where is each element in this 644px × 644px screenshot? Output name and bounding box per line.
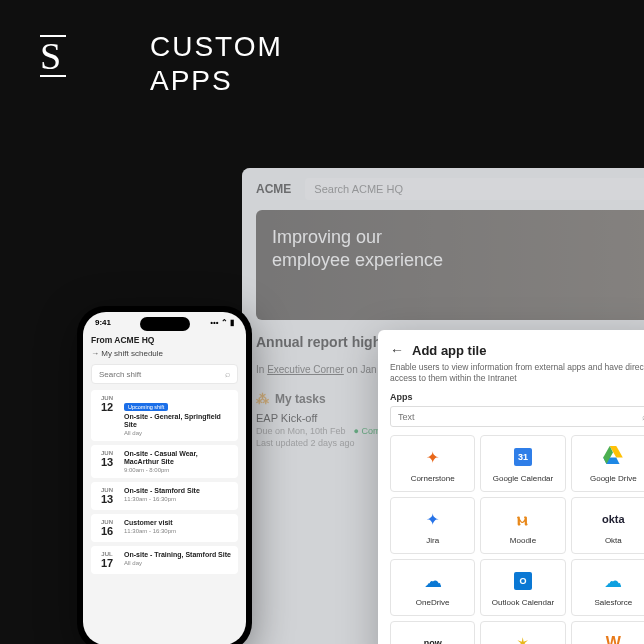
phone-mockup: 9:41 ••• ⌃ ▮ From ACME HQ → My shift sch… bbox=[77, 306, 252, 644]
app-tile-gcal[interactable]: 31Google Calendar bbox=[480, 435, 565, 492]
shift-item[interactable]: JUN13On-site - Stamford Site11:30am - 16… bbox=[91, 482, 238, 510]
shift-search-input[interactable] bbox=[99, 370, 225, 379]
shift-date: JUL17 bbox=[97, 551, 117, 569]
app-tile-sparck[interactable]: ✶Sparck bbox=[480, 621, 565, 644]
add-app-panel: ← Add app tile Enable users to view info… bbox=[378, 330, 644, 644]
shift-title: On-site - Casual Wear, MacArthur Site bbox=[124, 450, 232, 466]
app-name: Outlook Calendar bbox=[492, 598, 554, 607]
shift-time: 9:00am - 8:00pm bbox=[124, 467, 232, 473]
shift-item[interactable]: JUL17On-site - Training, Stamford SiteAl… bbox=[91, 546, 238, 574]
salesforce-icon: ☁ bbox=[602, 570, 624, 592]
app-tile-cornerstone[interactable]: ✦Cornerstone bbox=[390, 435, 475, 492]
shift-title: On-site - Training, Stamford Site bbox=[124, 551, 232, 559]
app-tile-gdrive[interactable]: Google Drive bbox=[571, 435, 644, 492]
shift-date: JUN13 bbox=[97, 450, 117, 473]
app-name: Okta bbox=[605, 536, 622, 545]
shift-date: JUN13 bbox=[97, 487, 117, 505]
app-tile-outlook[interactable]: OOutlook Calendar bbox=[480, 559, 565, 616]
shift-time: 11:30am - 16:30pm bbox=[124, 528, 232, 534]
apps-search[interactable]: ⌕ bbox=[390, 406, 644, 427]
shift-date: JUN12 bbox=[97, 395, 117, 436]
apps-search-input[interactable] bbox=[398, 412, 642, 422]
sparck-icon: ✶ bbox=[512, 632, 534, 644]
workday-icon: W bbox=[602, 632, 624, 644]
app-name: OneDrive bbox=[416, 598, 450, 607]
shift-item[interactable]: JUN12Upcoming shiftOn-site - General, Sp… bbox=[91, 390, 238, 441]
app-name: Google Calendar bbox=[493, 474, 553, 483]
moodle-icon: ⲙ bbox=[512, 508, 534, 530]
source-label: From ACME HQ bbox=[91, 335, 238, 345]
app-name: Salesforce bbox=[594, 598, 632, 607]
panel-description: Enable users to view information from ex… bbox=[390, 362, 644, 384]
jira-icon: ✦ bbox=[422, 508, 444, 530]
cornerstone-icon: ✦ bbox=[422, 446, 444, 468]
servicenow-icon: now bbox=[422, 632, 444, 644]
shift-time: 11:30am - 16:30pm bbox=[124, 496, 232, 502]
brand-logo: S bbox=[40, 35, 66, 77]
app-tile-okta[interactable]: oktaOkta bbox=[571, 497, 644, 554]
panel-title: Add app tile bbox=[412, 343, 486, 358]
gcal-icon: 31 bbox=[512, 446, 534, 468]
outlook-icon: O bbox=[512, 570, 534, 592]
app-tile-jira[interactable]: ✦Jira bbox=[390, 497, 475, 554]
shift-title: Customer visit bbox=[124, 519, 232, 527]
shift-title: On-site - General, Springfield Site bbox=[124, 413, 232, 429]
app-tile-workday[interactable]: WWorkday bbox=[571, 621, 644, 644]
app-tile-onedrive[interactable]: ☁OneDrive bbox=[390, 559, 475, 616]
shift-date: JUN16 bbox=[97, 519, 117, 537]
phone-notch bbox=[140, 317, 190, 331]
gdrive-icon bbox=[602, 446, 624, 468]
app-tile-servicenow[interactable]: nowServiceNow bbox=[390, 621, 475, 644]
shift-badge: Upcoming shift bbox=[124, 403, 168, 411]
app-name: Jira bbox=[426, 536, 439, 545]
page-title: CUSTOM APPS bbox=[150, 30, 283, 97]
apps-label: Apps bbox=[390, 392, 644, 402]
shift-schedule-link[interactable]: → My shift schedule bbox=[91, 349, 238, 358]
search-icon: ⌕ bbox=[225, 369, 230, 379]
shift-item[interactable]: JUN13On-site - Casual Wear, MacArthur Si… bbox=[91, 445, 238, 478]
back-icon[interactable]: ← bbox=[390, 342, 404, 358]
app-tile-moodle[interactable]: ⲙMoodle bbox=[480, 497, 565, 554]
onedrive-icon: ☁ bbox=[422, 570, 444, 592]
shift-time: All day bbox=[124, 560, 232, 566]
app-name: Moodle bbox=[510, 536, 536, 545]
shift-title: On-site - Stamford Site bbox=[124, 487, 232, 495]
status-icons: ••• ⌃ ▮ bbox=[210, 318, 234, 327]
okta-icon: okta bbox=[602, 508, 624, 530]
shift-time: All day bbox=[124, 430, 232, 436]
app-tile-salesforce[interactable]: ☁Salesforce bbox=[571, 559, 644, 616]
shift-item[interactable]: JUN16Customer visit11:30am - 16:30pm bbox=[91, 514, 238, 542]
shift-search[interactable]: ⌕ bbox=[91, 364, 238, 384]
app-name: Google Drive bbox=[590, 474, 637, 483]
app-name: Cornerstone bbox=[411, 474, 455, 483]
status-time: 9:41 bbox=[95, 318, 111, 327]
